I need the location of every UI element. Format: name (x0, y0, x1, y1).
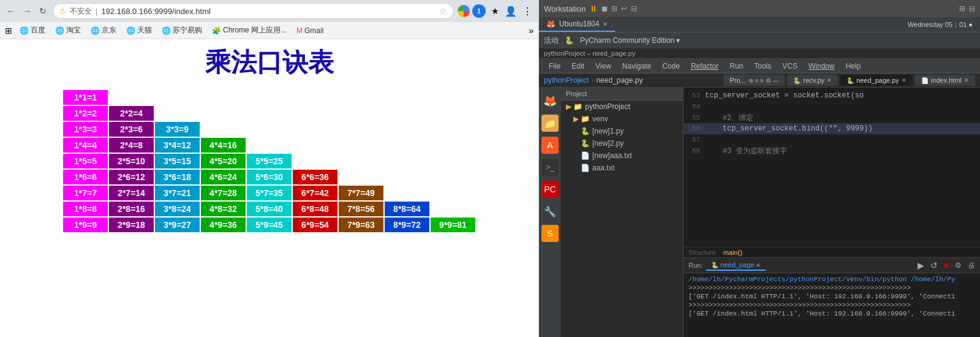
project-label: Project (566, 90, 587, 97)
bookmark-suning[interactable]: 🌐 苏宁易购 (159, 24, 205, 37)
menu-dots-icon[interactable]: ⋮ (520, 4, 533, 18)
tab-icons: ⊕ ≡ ≡ ⚙ — (748, 77, 779, 84)
tree-new2[interactable]: 🐍 [new]2.py (561, 137, 683, 150)
table-cell: 5*6=30 (246, 169, 292, 185)
breadcrumb-file[interactable]: need_page.py (596, 76, 643, 85)
menu-edit[interactable]: Edit (567, 61, 589, 72)
table-cell: 6*7=42 (292, 185, 338, 201)
bookmark-ext-icon[interactable]: ★ (488, 4, 502, 18)
tab-index[interactable]: 📄 index.html ✕ (915, 75, 975, 86)
ubuntu-tab-label: Ubuntu1804 (559, 20, 599, 28)
bookmark-tianmao[interactable]: 🌐 天猫 (124, 24, 154, 37)
tools-icon[interactable]: 🔧 (541, 203, 559, 220)
tab-need-page[interactable]: 🐍 need_page.py ✕ (840, 75, 913, 86)
tree-newaaa[interactable]: 📄 [new]aaa.txt (561, 150, 683, 162)
bookmarks-more-icon[interactable]: » (529, 26, 533, 36)
run-header: Run: 🐍 need_page ✕ ▶ ↺ ■ ⚙ 🖨 (684, 258, 980, 273)
ubuntu-tab[interactable]: 🦊 Ubuntu1804 ✕ (539, 17, 615, 32)
menu-help[interactable]: Help (841, 61, 866, 72)
tree-new1[interactable]: 🐍 [new]1.py (561, 125, 683, 137)
folder-icon-btn[interactable]: 📁 (541, 115, 559, 132)
code-display[interactable]: 53 tcp_server_socket = socket.socket(so … (684, 88, 980, 247)
pycharm-run-icon[interactable]: PC (541, 181, 559, 198)
android-icon[interactable]: A (541, 137, 559, 154)
tree-root[interactable]: ▶ 📁 pythonProject (561, 100, 683, 113)
table-cell: 5*8=40 (246, 201, 292, 217)
structure-footer: Structure main() (684, 247, 980, 257)
menu-vcs[interactable]: VCS (777, 61, 802, 72)
bookmark-taobao[interactable]: 🌐 淘宝 (53, 24, 83, 37)
menu-tools[interactable]: Tools (749, 61, 776, 72)
run-settings-btn[interactable]: ⚙ (955, 261, 962, 270)
run-reload-btn[interactable]: ↺ (930, 260, 938, 270)
firefox-icon[interactable]: 🦊 (541, 93, 559, 110)
code-line-54: 54 (684, 101, 980, 112)
menu-run[interactable]: Run (725, 61, 748, 72)
menu-window[interactable]: Window (804, 61, 840, 72)
tab-close-icon[interactable]: ✕ (603, 21, 608, 28)
run-tab-need-page[interactable]: 🐍 need_page ✕ (706, 260, 766, 271)
sublime-icon[interactable]: S (541, 225, 559, 242)
run-stop-btn[interactable]: ■ (944, 260, 949, 270)
bookmark-chrome-store[interactable]: 🧩 Chrome 网上应用... (209, 24, 289, 37)
ws-icon3: ↩ (621, 4, 627, 13)
account-icon[interactable]: 👤 (504, 4, 518, 18)
table-cell: 7*8=56 (338, 201, 384, 217)
extension-icon[interactable]: 1 (472, 4, 486, 18)
tab-index-icon: 📄 (921, 77, 929, 84)
pycharm-app-label: PyCharm Community Edition ▾ (580, 36, 680, 45)
tab-recv-close[interactable]: ✕ (827, 77, 832, 83)
address-bar[interactable]: ⚠ 不安全 | 192.168.0.166:9999/index.html ☆ (53, 3, 454, 19)
table-cell: 1*7=7 (62, 185, 108, 201)
ws-icon6: ⊟ (969, 4, 975, 13)
main-func-label: main() (723, 249, 742, 256)
jd-icon: 🌐 (91, 26, 100, 35)
tab-index-close[interactable]: ✕ (964, 77, 969, 83)
taobao-icon: 🌐 (55, 26, 64, 35)
bookmark-baidu[interactable]: 🌐 百度 (17, 24, 48, 37)
tab-recv-icon: 🐍 (793, 77, 801, 84)
menu-refactor[interactable]: Refactor (686, 61, 723, 72)
run-tab-close[interactable]: ✕ (756, 262, 761, 268)
table-cell: 1*1=1 (62, 89, 108, 105)
project-title: pythonProject – need_page.py (544, 50, 635, 57)
bookmark-jd[interactable]: 🌐 京东 (88, 24, 119, 37)
back-button[interactable]: ← (5, 5, 17, 17)
forward-button[interactable]: → (21, 5, 33, 17)
tab-pro[interactable]: Pro... ⊕ ≡ ≡ ⚙ — (723, 75, 785, 86)
menu-file[interactable]: File (544, 61, 565, 72)
terminal-icon[interactable]: >_ (541, 159, 559, 176)
table-cell: 1*5=5 (62, 153, 108, 169)
tree-venv[interactable]: ▶ 📁 venv (561, 113, 683, 125)
apps-icon[interactable]: ⊞ (5, 26, 12, 36)
tab-recv[interactable]: 🐍 recv.py ✕ (787, 75, 838, 86)
bookmarks-bar: ⊞ 🌐 百度 🌐 淘宝 🌐 京东 🌐 天猫 🌐 苏宁易购 🧩 Chrome 网上… (0, 22, 538, 39)
chrome-icon[interactable] (458, 5, 470, 17)
aaa-label: aaa.txt (592, 164, 614, 172)
menu-navigate[interactable]: Navigate (617, 61, 656, 72)
menu-view[interactable]: View (590, 61, 616, 72)
run-play-btn[interactable]: ▶ (918, 260, 924, 270)
code-line-55: 55 #2、绑定 (684, 112, 980, 123)
activities-label[interactable]: 活动 (544, 36, 559, 46)
table-cell: 3*5=15 (154, 153, 200, 169)
star-icon[interactable]: ☆ (439, 6, 447, 16)
pause-icon: ⏸ (589, 4, 598, 13)
table-cell: 9*9=81 (430, 217, 476, 233)
table-cell: 6*8=48 (292, 201, 338, 217)
warning-text: 不安全 (70, 6, 92, 17)
breadcrumb-project[interactable]: pythonProject (544, 76, 589, 85)
run-line-3: ['GET /index.html HTTP/1.1', 'Host: 192.… (688, 310, 975, 317)
tab-need-page-close[interactable]: ✕ (902, 77, 907, 83)
root-label: pythonProject (585, 102, 630, 111)
menu-code[interactable]: Code (657, 61, 685, 72)
bookmark-gmail[interactable]: M Gmail (294, 25, 326, 36)
newaaa-label: [new]aaa.txt (592, 151, 632, 160)
tree-aaa[interactable]: 📄 aaa.txt (561, 162, 683, 174)
run-print-btn[interactable]: 🖨 (968, 261, 975, 270)
table-cell: 2*4=8 (108, 137, 154, 153)
left-sidebar: 🦊 📁 A >_ PC 🔧 S (539, 88, 561, 337)
tab-need-page-icon: 🐍 (846, 77, 854, 84)
reload-button[interactable]: ↻ (37, 5, 49, 17)
run-tab-label: need_page (720, 261, 754, 268)
